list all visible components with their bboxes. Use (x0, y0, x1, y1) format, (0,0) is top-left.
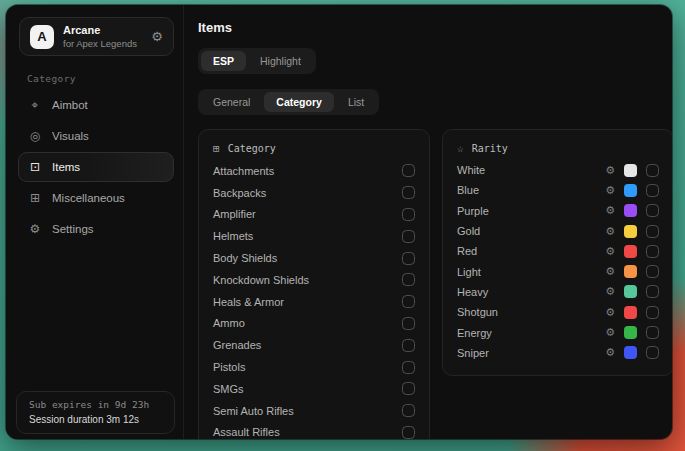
gear-icon[interactable] (605, 226, 615, 237)
category-row: Grenades (213, 334, 415, 356)
session-duration: Session duration 3m 12s (29, 414, 162, 425)
rarity-color-swatch[interactable] (624, 184, 637, 197)
rarity-label: Sniper (457, 347, 596, 359)
category-label: Semi Auto Rifles (213, 405, 294, 417)
subscription-expiry: Sub expires in 9d 23h (29, 399, 162, 410)
nav-item-label: Items (52, 161, 80, 173)
gear-icon[interactable] (605, 327, 615, 338)
category-row: Semi Auto Rifles (213, 400, 415, 422)
gear-icon[interactable] (605, 266, 615, 277)
category-checkbox[interactable] (402, 252, 415, 265)
rarity-color-swatch[interactable] (624, 245, 637, 258)
category-row: Heals & Armor (213, 291, 415, 313)
gear-icon[interactable] (605, 165, 615, 176)
rarity-checkbox[interactable] (646, 204, 659, 217)
rarity-checkbox[interactable] (646, 164, 659, 177)
rarity-checkbox[interactable] (646, 225, 659, 238)
rarity-color-swatch[interactable] (624, 164, 637, 177)
nav-item-label: Settings (52, 223, 94, 235)
sidebar-nav-item[interactable]: ⊞ Miscellaneous (18, 183, 174, 213)
category-checkbox[interactable] (402, 186, 415, 199)
rarity-color-swatch[interactable] (624, 204, 637, 217)
rarity-checkbox[interactable] (646, 326, 659, 339)
rarity-checkbox[interactable] (646, 245, 659, 258)
category-checkbox[interactable] (402, 317, 415, 330)
game-background: { "app": { "logo_letter": "A", "name": "… (0, 0, 685, 451)
category-row: Knockdown Shields (213, 269, 415, 291)
session-info-box: Sub expires in 9d 23h Session duration 3… (16, 391, 175, 434)
grid-icon: ⊞ (213, 143, 220, 154)
rarity-color-swatch[interactable] (624, 306, 637, 319)
view-tab[interactable]: Category (264, 92, 334, 112)
category-label: Assault Rifles (213, 426, 280, 438)
rarity-row: Red (457, 241, 659, 261)
category-checkbox[interactable] (402, 273, 415, 286)
category-checkbox[interactable] (402, 404, 415, 417)
app-subtitle: for Apex Legends (63, 38, 137, 49)
app-logo: A (30, 25, 54, 49)
arcane-window: A Arcane for Apex Legends ⚙ Category ⌖ A… (6, 5, 672, 439)
category-row: SMGs (213, 378, 415, 400)
category-checkbox[interactable] (402, 164, 415, 177)
gear-icon[interactable] (605, 246, 615, 257)
nav-item-label: Aimbot (52, 99, 88, 111)
sidebar-nav-item[interactable]: ◎ Visuals (18, 121, 174, 151)
category-label: Attachments (213, 165, 274, 177)
rarity-panel: ☆ Rarity White Blue (442, 129, 672, 376)
rarity-row: Heavy (457, 282, 659, 302)
category-row: Assault Rifles (213, 422, 415, 439)
category-checkbox[interactable] (402, 230, 415, 243)
rarity-color-swatch[interactable] (624, 326, 637, 339)
sidebar-nav-item[interactable]: ⚙ Settings (18, 214, 174, 244)
sidebar-nav-item[interactable]: ⌖ Aimbot (18, 90, 174, 120)
view-tab[interactable]: List (336, 92, 376, 112)
star-icon: ☆ (457, 143, 464, 154)
rarity-checkbox[interactable] (646, 265, 659, 278)
category-checkbox[interactable] (402, 361, 415, 374)
panels-row: ⊞ Category Attachments Backpacks (198, 129, 672, 439)
nav-item-icon: ⊞ (28, 191, 42, 205)
rarity-label: Energy (457, 327, 596, 339)
mode-tab[interactable]: Highlight (248, 51, 313, 71)
gear-icon[interactable] (605, 185, 615, 196)
category-checkbox[interactable] (402, 295, 415, 308)
rarity-row: Gold (457, 221, 659, 241)
gear-icon[interactable] (605, 307, 615, 318)
rarity-checkbox[interactable] (646, 346, 659, 359)
nav-item-label: Miscellaneous (52, 192, 125, 204)
nav-item-icon: ⊡ (28, 160, 42, 174)
category-row: Helmets (213, 225, 415, 247)
app-meta: Arcane for Apex Legends (63, 24, 137, 49)
gear-icon[interactable] (605, 347, 615, 358)
sidebar-nav-item[interactable]: ⊡ Items (18, 152, 174, 182)
category-label: Backpacks (213, 187, 266, 199)
rarity-color-swatch[interactable] (624, 346, 637, 359)
rarity-row: Energy (457, 322, 659, 342)
category-panel: ⊞ Category Attachments Backpacks (198, 129, 430, 439)
rarity-color-swatch[interactable] (624, 285, 637, 298)
gear-icon[interactable] (605, 286, 615, 297)
category-checkbox[interactable] (402, 339, 415, 352)
gear-icon[interactable] (605, 205, 615, 216)
gear-icon[interactable]: ⚙ (151, 30, 163, 43)
category-checkbox[interactable] (402, 208, 415, 221)
rarity-color-swatch[interactable] (624, 265, 637, 278)
category-label: Pistols (213, 361, 245, 373)
rarity-row: Blue (457, 180, 659, 200)
rarity-color-swatch[interactable] (624, 225, 637, 238)
mode-tab[interactable]: ESP (201, 51, 246, 71)
rarity-checkbox[interactable] (646, 285, 659, 298)
rarity-label: Light (457, 266, 596, 278)
category-label: Helmets (213, 230, 253, 242)
category-checkbox[interactable] (402, 426, 415, 439)
category-row: Attachments (213, 160, 415, 182)
view-tab[interactable]: General (201, 92, 262, 112)
rarity-row: Purple (457, 201, 659, 221)
category-checkbox[interactable] (402, 382, 415, 395)
rarity-checkbox[interactable] (646, 184, 659, 197)
nav-item-icon: ◎ (28, 129, 42, 143)
rarity-checkbox[interactable] (646, 306, 659, 319)
category-list: Attachments Backpacks Amplifier (213, 160, 415, 439)
category-row: Body Shields (213, 247, 415, 269)
rarity-label: Red (457, 245, 596, 257)
